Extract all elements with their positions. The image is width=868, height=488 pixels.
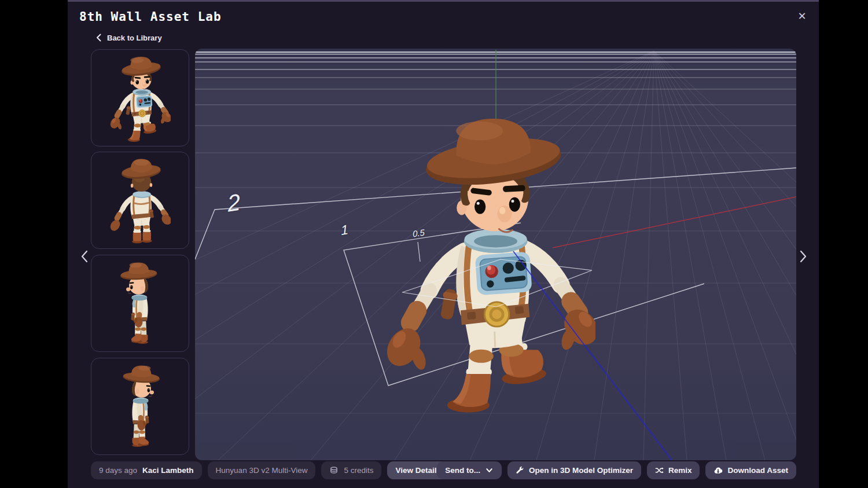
- model-viewport[interactable]: 2 1 0.5: [195, 49, 796, 460]
- modal-top-strip: [68, 0, 819, 2]
- thumbnail-front-view[interactable]: [91, 49, 189, 146]
- credits-coin-icon: [329, 466, 339, 475]
- grid-label-2m: 2: [226, 189, 241, 217]
- posted-date: 9 days ago: [99, 466, 137, 475]
- model-name: Hunyuan 3D v2 Multi-View: [216, 466, 308, 475]
- thumbnail-side-view-left[interactable]: [91, 255, 189, 352]
- grid-label-05m: 0.5: [413, 228, 425, 239]
- wrench-icon: [516, 466, 524, 475]
- close-button[interactable]: ✕: [794, 8, 810, 24]
- page-title: 8th Wall Asset Lab: [79, 10, 222, 24]
- open-in-optimizer-button[interactable]: Open in 3D Model Optimizer: [507, 461, 641, 479]
- chevron-down-icon: [485, 466, 494, 475]
- chevron-right-icon: [799, 250, 807, 263]
- carousel-next-button[interactable]: [796, 249, 809, 264]
- asset-meta-pill: 9 days ago Kaci Lambeth: [91, 461, 202, 479]
- carousel-prev-button[interactable]: [78, 249, 91, 264]
- chevron-left-icon: [95, 33, 103, 42]
- thumbnail-back-view[interactable]: [91, 152, 189, 249]
- back-to-library-label: Back to Library: [107, 34, 162, 42]
- chevron-left-icon: [80, 250, 89, 263]
- remix-button[interactable]: Remix: [647, 461, 700, 479]
- download-asset-button[interactable]: Download Asset: [705, 461, 796, 479]
- x-axis-line: [553, 197, 796, 248]
- cloud-download-icon: [713, 466, 723, 475]
- asset-model-render: [380, 119, 604, 413]
- shuffle-icon: [655, 466, 664, 475]
- credits-label: 5 credits: [344, 466, 373, 475]
- send-to-button[interactable]: Send to...: [437, 461, 502, 479]
- model-name-pill: Hunyuan 3D v2 Multi-View: [208, 461, 316, 479]
- author-name: Kaci Lambeth: [142, 466, 194, 475]
- grid-label-1m: 1: [340, 222, 349, 239]
- credits-pill: 5 credits: [321, 461, 381, 479]
- close-icon: ✕: [797, 10, 806, 23]
- back-to-library-link[interactable]: Back to Library: [95, 33, 162, 42]
- thumbnail-side-view-right[interactable]: [91, 358, 189, 455]
